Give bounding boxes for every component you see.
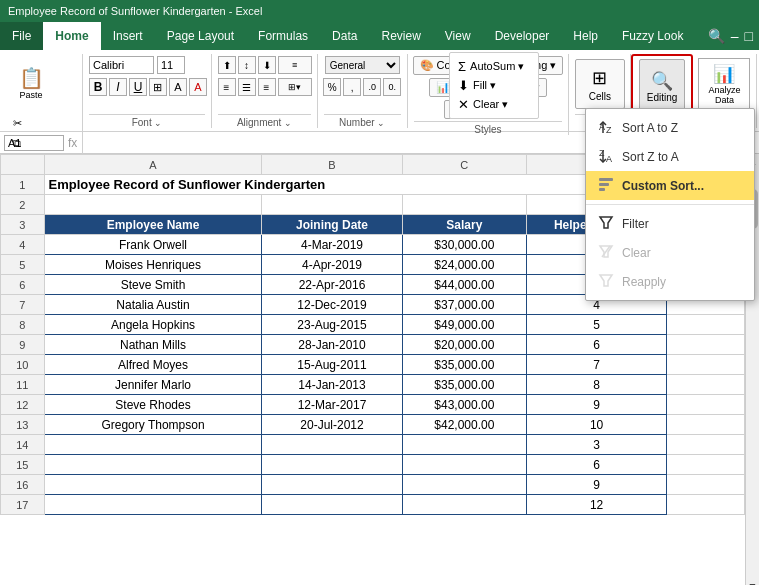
wrap-text-button[interactable]: ≡ — [278, 56, 312, 74]
cell-b13[interactable]: 20-Jul-2012 — [262, 415, 402, 435]
cell-d10[interactable]: 7 — [527, 355, 667, 375]
font-size-input[interactable] — [157, 56, 185, 74]
fill-color-button[interactable]: A — [169, 78, 187, 96]
cell-b15[interactable] — [262, 455, 402, 475]
tab-insert[interactable]: Insert — [101, 22, 155, 50]
font-color-button[interactable]: A — [189, 78, 207, 96]
comma-button[interactable]: , — [343, 78, 361, 96]
cell-b6[interactable]: 22-Apr-2016 — [262, 275, 402, 295]
scroll-down-arrow[interactable]: ▼ — [746, 579, 760, 585]
font-name-input[interactable] — [89, 56, 154, 74]
cell-b14[interactable] — [262, 435, 402, 455]
cell-d15[interactable]: 6 — [527, 455, 667, 475]
cell-d14[interactable]: 3 — [527, 435, 667, 455]
tab-review[interactable]: Review — [369, 22, 432, 50]
cell-e16[interactable] — [667, 475, 745, 495]
border-button[interactable]: ⊞ — [149, 78, 167, 96]
autosum-button[interactable]: Σ AutoSum ▾ — [456, 57, 532, 76]
increase-decimal-button[interactable]: .0 — [363, 78, 381, 96]
cell-e17[interactable] — [667, 495, 745, 515]
cell-b11[interactable]: 14-Jan-2013 — [262, 375, 402, 395]
cell-e14[interactable] — [667, 435, 745, 455]
cell-c17[interactable] — [402, 495, 527, 515]
cell-a9[interactable]: Nathan Mills — [44, 335, 262, 355]
number-format-select[interactable]: General Number Currency — [325, 56, 400, 74]
cell-b10[interactable]: 15-Aug-2011 — [262, 355, 402, 375]
cell-b5[interactable]: 4-Apr-2019 — [262, 255, 402, 275]
cell-b8[interactable]: 23-Aug-2015 — [262, 315, 402, 335]
fill-button[interactable]: ⬇ Fill ▾ — [456, 76, 532, 95]
cell-d12[interactable]: 9 — [527, 395, 667, 415]
align-bottom-button[interactable]: ⬇ — [258, 56, 276, 74]
cell-c5[interactable]: $24,000.00 — [402, 255, 527, 275]
cell-d8[interactable]: 5 — [527, 315, 667, 335]
cell-a7[interactable]: Natalia Austin — [44, 295, 262, 315]
tab-fuzzylook[interactable]: Fuzzy Look — [610, 22, 695, 50]
filter-item[interactable]: Filter — [586, 209, 754, 238]
cell-b2[interactable] — [262, 195, 402, 215]
cell-c8[interactable]: $49,000.00 — [402, 315, 527, 335]
tab-home[interactable]: Home — [43, 22, 100, 50]
cell-c11[interactable]: $35,000.00 — [402, 375, 527, 395]
analyze-data-button[interactable]: 📊 Analyze Data — [698, 58, 750, 110]
custom-sort-item[interactable]: Custom Sort... — [586, 171, 754, 200]
italic-button[interactable]: I — [109, 78, 127, 96]
cell-d9[interactable]: 6 — [527, 335, 667, 355]
ribbon-search-icon[interactable]: 🔍 — [708, 28, 725, 44]
cell-e9[interactable] — [667, 335, 745, 355]
header-salary[interactable]: Salary — [402, 215, 527, 235]
clear-button[interactable]: ✕ Clear ▾ — [456, 95, 532, 114]
cell-b16[interactable] — [262, 475, 402, 495]
cell-a16[interactable] — [44, 475, 262, 495]
ribbon-minimize-icon[interactable]: – — [731, 28, 739, 44]
align-left-button[interactable]: ≡ — [218, 78, 236, 96]
cell-e10[interactable] — [667, 355, 745, 375]
cell-e15[interactable] — [667, 455, 745, 475]
cell-c7[interactable]: $37,000.00 — [402, 295, 527, 315]
cell-b17[interactable] — [262, 495, 402, 515]
align-top-button[interactable]: ⬆ — [218, 56, 236, 74]
copy-button[interactable]: ⧉ — [8, 134, 29, 152]
cell-a5[interactable]: Moises Henriques — [44, 255, 262, 275]
align-right-button[interactable]: ≡ — [258, 78, 276, 96]
cell-e13[interactable] — [667, 415, 745, 435]
tab-file[interactable]: File — [0, 22, 43, 50]
ribbon-restore-icon[interactable]: □ — [745, 28, 753, 44]
cell-c14[interactable] — [402, 435, 527, 455]
cell-c13[interactable]: $42,000.00 — [402, 415, 527, 435]
cell-e11[interactable] — [667, 375, 745, 395]
sort-a-to-z-item[interactable]: AZ Sort A to Z — [586, 113, 754, 142]
tab-developer[interactable]: Developer — [483, 22, 562, 50]
cell-c15[interactable] — [402, 455, 527, 475]
decrease-decimal-button[interactable]: 0. — [383, 78, 401, 96]
cell-c4[interactable]: $30,000.00 — [402, 235, 527, 255]
cell-a4[interactable]: Frank Orwell — [44, 235, 262, 255]
cell-d16[interactable]: 9 — [527, 475, 667, 495]
cell-a11[interactable]: Jennifer Marlo — [44, 375, 262, 395]
cell-a15[interactable] — [44, 455, 262, 475]
cell-a6[interactable]: Steve Smith — [44, 275, 262, 295]
tab-data[interactable]: Data — [320, 22, 369, 50]
merge-center-button[interactable]: ⊞▾ — [278, 78, 312, 96]
bold-button[interactable]: B — [89, 78, 107, 96]
underline-button[interactable]: U — [129, 78, 147, 96]
cell-c10[interactable]: $35,000.00 — [402, 355, 527, 375]
cell-e8[interactable] — [667, 315, 745, 335]
cell-b9[interactable]: 28-Jan-2010 — [262, 335, 402, 355]
cell-a2[interactable] — [44, 195, 262, 215]
cell-c16[interactable] — [402, 475, 527, 495]
cell-a12[interactable]: Steve Rhodes — [44, 395, 262, 415]
align-center-button[interactable]: ☰ — [238, 78, 256, 96]
cell-b4[interactable]: 4-Mar-2019 — [262, 235, 402, 255]
cut-button[interactable]: ✂ — [8, 114, 29, 132]
header-date[interactable]: Joining Date — [262, 215, 402, 235]
editing-button[interactable]: 🔍 Editing — [639, 59, 685, 113]
tab-help[interactable]: Help — [561, 22, 610, 50]
cell-d11[interactable]: 8 — [527, 375, 667, 395]
cell-b12[interactable]: 12-Mar-2017 — [262, 395, 402, 415]
cell-a14[interactable] — [44, 435, 262, 455]
col-header-c[interactable]: C — [402, 155, 527, 175]
cell-c2[interactable] — [402, 195, 527, 215]
cell-d13[interactable]: 10 — [527, 415, 667, 435]
cell-c6[interactable]: $44,000.00 — [402, 275, 527, 295]
